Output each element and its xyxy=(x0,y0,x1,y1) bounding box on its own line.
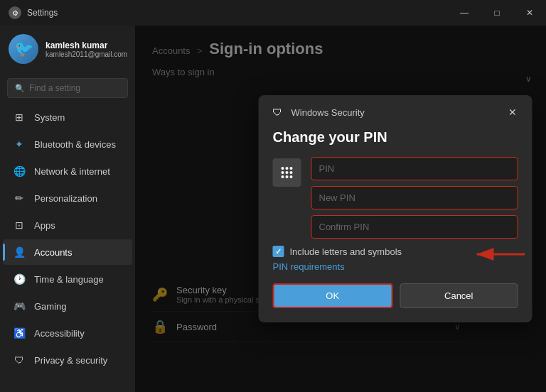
sidebar-item-label: Network & internet xyxy=(34,166,110,177)
avatar-bird-icon: 🐦 xyxy=(14,40,33,58)
privacy-icon: 🛡 xyxy=(13,354,26,366)
sidebar-item-label: Time & language xyxy=(34,274,104,285)
dialog-title: Windows Security xyxy=(291,107,497,118)
pin-requirements-link[interactable]: PIN requirements xyxy=(273,261,345,272)
new-pin-input[interactable] xyxy=(311,186,518,209)
network-icon: 🌐 xyxy=(13,165,26,178)
sidebar-item-apps[interactable]: ⊡ Apps xyxy=(3,212,132,238)
pin-fields xyxy=(311,157,518,239)
current-pin-input[interactable] xyxy=(311,157,518,180)
dialog-close-button[interactable]: ✕ xyxy=(504,104,521,121)
pin-grid-icon xyxy=(273,158,301,187)
dialog-heading: Change your PIN xyxy=(273,129,518,146)
window-controls: — □ ✕ xyxy=(448,0,546,26)
svg-point-2 xyxy=(290,167,293,170)
windows-security-dialog: 🛡 Windows Security ✕ Change your PIN xyxy=(259,95,532,322)
avatar: 🐦 xyxy=(9,34,38,64)
include-letters-checkbox[interactable]: ✓ xyxy=(273,246,284,257)
main-content: Accounts > Sign-in options Ways to sign … xyxy=(135,26,546,392)
minimize-button[interactable]: — xyxy=(448,0,481,26)
sidebar-item-personalization[interactable]: ✏ Personalization xyxy=(3,185,132,211)
close-button[interactable]: ✕ xyxy=(513,0,546,26)
confirm-pin-input[interactable] xyxy=(311,215,518,239)
sidebar-item-label: Bluetooth & devices xyxy=(34,139,116,150)
sidebar-item-label: Gaming xyxy=(34,301,67,312)
search-box[interactable]: 🔍 Find a setting xyxy=(7,78,128,98)
app-icon: ⚙ xyxy=(9,6,21,19)
svg-point-7 xyxy=(286,175,289,178)
gaming-icon: 🎮 xyxy=(13,300,26,312)
pencil-icon: ✏ xyxy=(13,192,26,205)
svg-point-0 xyxy=(282,167,284,170)
sidebar-item-accounts[interactable]: 👤 Accounts xyxy=(3,239,132,265)
checkmark-icon: ✓ xyxy=(275,247,282,256)
sidebar: 🐦 kamlesh kumar kamlesh2011@gmail.com 🔍 … xyxy=(0,26,135,392)
sidebar-item-gaming[interactable]: 🎮 Gaming xyxy=(3,293,132,319)
sidebar-item-system[interactable]: ⊞ System xyxy=(3,104,132,130)
user-name: kamlesh kumar xyxy=(46,40,127,50)
time-icon: 🕐 xyxy=(13,273,26,285)
svg-point-8 xyxy=(290,175,293,178)
sidebar-item-label: Accounts xyxy=(34,247,72,258)
maximize-button[interactable]: □ xyxy=(481,0,513,26)
svg-point-5 xyxy=(290,171,293,174)
user-info: kamlesh kumar kamlesh2011@gmail.com xyxy=(46,40,127,58)
sidebar-item-bluetooth[interactable]: ✦ Bluetooth & devices xyxy=(3,131,132,157)
search-icon: 🔍 xyxy=(15,84,25,93)
dialog-titlebar: 🛡 Windows Security ✕ xyxy=(259,95,532,126)
ok-button[interactable]: OK xyxy=(273,283,393,308)
titlebar: ⚙ Settings — □ ✕ xyxy=(0,0,546,26)
shield-icon: 🛡 xyxy=(270,105,284,119)
svg-point-1 xyxy=(286,167,289,170)
titlebar-title: Settings xyxy=(27,8,58,18)
sidebar-item-accessibility[interactable]: ♿ Accessibility xyxy=(3,320,132,346)
sidebar-item-time[interactable]: 🕐 Time & language xyxy=(3,266,132,292)
sidebar-item-label: Accessibility xyxy=(34,328,85,339)
apps-icon: ⊡ xyxy=(13,219,26,232)
user-profile: 🐦 kamlesh kumar kamlesh2011@gmail.com xyxy=(0,28,135,70)
checkbox-row: ✓ Include letters and symbols xyxy=(273,246,402,257)
search-placeholder: Find a setting xyxy=(29,83,80,93)
accessibility-icon: ♿ xyxy=(13,327,26,339)
cancel-button[interactable]: Cancel xyxy=(400,283,518,308)
bluetooth-icon: ✦ xyxy=(13,138,26,151)
system-icon: ⊞ xyxy=(13,111,26,124)
sidebar-item-label: Personalization xyxy=(34,193,97,204)
pin-icon-row xyxy=(273,157,518,239)
checkbox-label: Include letters and symbols xyxy=(290,246,402,257)
sidebar-item-privacy[interactable]: 🛡 Privacy & security xyxy=(3,347,132,373)
sidebar-item-label: Privacy & security xyxy=(34,355,107,366)
svg-point-3 xyxy=(282,171,284,174)
app-container: 🐦 kamlesh kumar kamlesh2011@gmail.com 🔍 … xyxy=(0,26,546,392)
svg-point-6 xyxy=(282,175,284,178)
arrow-annotation xyxy=(469,241,525,270)
sidebar-item-label: Apps xyxy=(34,220,55,231)
user-email: kamlesh2011@gmail.com xyxy=(46,50,127,58)
svg-point-4 xyxy=(286,171,289,174)
sidebar-item-network[interactable]: 🌐 Network & internet xyxy=(3,158,132,184)
accounts-icon: 👤 xyxy=(13,246,26,258)
dialog-body: Change your PIN xyxy=(259,126,532,322)
dialog-buttons: OK Cancel xyxy=(273,283,518,308)
sidebar-item-label: System xyxy=(34,112,65,123)
